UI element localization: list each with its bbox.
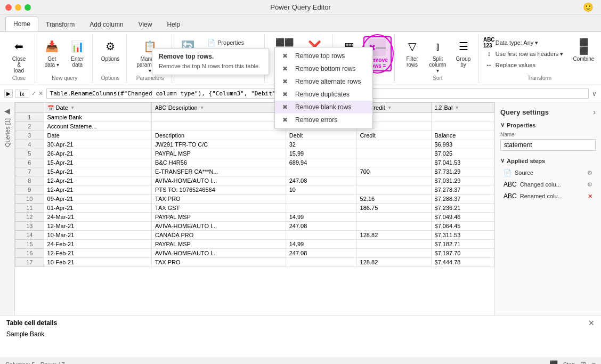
tab-help[interactable]: Help — [159, 18, 188, 31]
debit-cell[interactable]: 14.99 — [286, 240, 356, 249]
table-row[interactable]: 15 24-Feb-21 PAYPAL MSP 14.99 $7,182.71 — [15, 240, 494, 249]
dropdown-item-remove-duplicates[interactable]: ✖ Remove duplicates — [275, 88, 372, 101]
dropdown-item-remove-blank[interactable]: ✖ Remove blank rows — [275, 101, 372, 114]
qs-expand-button[interactable]: › — [593, 108, 596, 116]
date-cell[interactable]: 24-Mar-21 — [44, 213, 152, 222]
desc-cell[interactable]: B&C H4R56 — [152, 158, 286, 167]
date-cell[interactable]: 10-Mar-21 — [44, 231, 152, 240]
dropdown-item-remove-alternate[interactable]: ✖ Remove alternate rows — [275, 75, 372, 88]
credit-cell[interactable]: 186.75 — [356, 204, 431, 213]
debit-cell[interactable]: 689.94 — [286, 158, 356, 167]
debit-cell[interactable]: Debit — [286, 131, 356, 140]
credit-cell[interactable] — [356, 222, 431, 231]
table-row[interactable]: 4 30-Apr-21 JW291 TFR-TO C/C 32 $6,993 — [15, 140, 494, 149]
get-data-button[interactable]: 📥 Getdata ▾ — [40, 36, 63, 69]
filter-rows-button[interactable]: ▽ Filterrows — [401, 36, 424, 69]
replace-values-button[interactable]: ↔ Replace values — [482, 60, 566, 70]
desc-cell[interactable] — [152, 113, 286, 122]
bal-cell[interactable]: $7,197.70 — [431, 249, 494, 258]
formula-expand-icon[interactable]: ∨ — [592, 90, 597, 98]
bal-cell[interactable]: $7,288.37 — [431, 195, 494, 204]
debit-cell[interactable]: 15.99 — [286, 149, 356, 158]
dropdown-item-remove-bottom[interactable]: ✖ Remove bottom rows — [275, 62, 372, 75]
date-cell[interactable]: 15-Apr-21 — [44, 158, 152, 167]
desc-cell[interactable]: TAX PRO — [152, 195, 286, 204]
table-row[interactable]: 1 Sample Bank — [15, 113, 494, 122]
bal-cell[interactable] — [431, 113, 494, 122]
table-row[interactable]: 10 09-Apr-21 TAX PRO 52.16 $7,288.37 — [15, 195, 494, 204]
table-row[interactable]: 14 10-Mar-21 CANADA PRO 128.82 $7,311.53 — [15, 231, 494, 240]
debit-cell[interactable] — [286, 204, 356, 213]
tab-add-column[interactable]: Add column — [82, 18, 131, 31]
close-button[interactable] — [5, 4, 12, 11]
date-cell[interactable]: 09-Apr-21 — [44, 195, 152, 204]
desc-sort-icon[interactable]: ▼ — [200, 105, 205, 110]
credit-cell[interactable] — [356, 140, 431, 149]
desc-cell[interactable]: PAYPAL MSP — [152, 213, 286, 222]
formula-collapse-btn[interactable]: ▶ — [4, 90, 13, 98]
date-cell[interactable]: 12-Apr-21 — [44, 176, 152, 185]
credit-cell[interactable]: 128.82 — [356, 231, 431, 240]
desc-cell[interactable] — [152, 122, 286, 131]
tab-transform[interactable]: Transform — [38, 18, 82, 31]
desc-cell[interactable]: CANADA PRO — [152, 231, 286, 240]
bal-cell[interactable]: $7,182.71 — [431, 240, 494, 249]
bal-cell[interactable]: $7,025 — [431, 149, 494, 158]
table-row[interactable]: 6 15-Apr-21 B&C H4R56 689.94 $7,041.53 — [15, 158, 494, 167]
date-cell[interactable]: 26-Apr-21 — [44, 149, 152, 158]
debit-cell[interactable]: 247.08 — [286, 249, 356, 258]
debit-cell[interactable]: 10 — [286, 185, 356, 195]
data-grid-area[interactable]: 📅 Date ▼ ABC Description ▼ — [15, 102, 494, 315]
first-row-header-button[interactable]: ↕ Use first row as headers ▾ — [482, 48, 566, 59]
table-row[interactable]: 8 12-Apr-21 AVIVA-HOME/AUTO I... 247.08 … — [15, 176, 494, 185]
bal-cell[interactable] — [431, 122, 494, 131]
debit-cell[interactable] — [286, 231, 356, 240]
date-cell[interactable]: 10-Feb-21 — [44, 258, 152, 267]
credit-cell[interactable]: Credit — [356, 131, 431, 140]
bal-cell[interactable]: $7,731.29 — [431, 167, 494, 176]
credit-cell[interactable] — [356, 176, 431, 185]
tab-home[interactable]: Home — [5, 17, 38, 31]
step-item-source[interactable]: 📄 Source⚙ — [500, 167, 596, 178]
table-row[interactable]: 11 01-Apr-21 TAX GST 186.75 $7,236.21 — [15, 204, 494, 213]
step-item-renamed-cols[interactable]: ABC Renamed colu...✕ — [500, 191, 596, 201]
desc-cell[interactable]: PTS TO: 10765246564 — [152, 185, 286, 195]
credit-sort-icon[interactable]: ▼ — [387, 105, 392, 110]
table-row[interactable]: 5 26-Apr-21 PAYPAL MSP 15.99 $7,025 — [15, 149, 494, 158]
dropdown-item-remove-top[interactable]: ✖ Remove top rows — [275, 50, 372, 62]
minimize-button[interactable] — [15, 4, 21, 11]
debit-cell[interactable] — [286, 167, 356, 176]
table-row[interactable]: 3 Date Description Debit Credit Balance — [15, 131, 494, 140]
properties-button[interactable]: 📄 Properties — [204, 37, 263, 48]
credit-cell[interactable]: 52.16 — [356, 195, 431, 204]
bal-cell[interactable]: $7,041.53 — [431, 158, 494, 167]
credit-cell[interactable] — [356, 240, 431, 249]
credit-cell[interactable] — [356, 213, 431, 222]
table-row[interactable]: 13 12-Mar-21 AVIVA-HOME/AUTO I... 247.08… — [15, 222, 494, 231]
bal-cell[interactable]: $7,311.53 — [431, 231, 494, 240]
date-cell[interactable]: 12-Apr-21 — [44, 185, 152, 195]
step-gear-source[interactable]: ⚙ — [587, 169, 592, 176]
desc-cell[interactable]: Description — [152, 131, 286, 140]
sidebar-collapse-icon[interactable]: ◀ — [4, 107, 10, 115]
table-row[interactable]: 17 10-Feb-21 TAX PRO 128.82 $7,444.78 — [15, 258, 494, 267]
credit-cell[interactable] — [356, 149, 431, 158]
date-cell[interactable]: Account Stateme... — [44, 122, 152, 131]
options-button[interactable]: ⚙ Options — [99, 36, 122, 63]
date-cell[interactable]: Sample Bank — [44, 113, 152, 122]
grid-view-icon[interactable]: ⊞ — [580, 360, 586, 364]
desc-cell[interactable]: PAYPAL MSP — [152, 149, 286, 158]
query-name-input[interactable] — [500, 139, 596, 151]
step-x-renamed-cols[interactable]: ✕ — [588, 193, 592, 200]
desc-cell[interactable]: TAX PRO — [152, 258, 286, 267]
data-type-button[interactable]: ABC123 Data type: Any ▾ — [482, 37, 566, 48]
table-row[interactable]: 16 12-Feb-21 AVIVA-HOME/AUTO I... 247.08… — [15, 249, 494, 258]
desc-cell[interactable]: AVIVA-HOME/AUTO I... — [152, 249, 286, 258]
debit-cell[interactable]: 14.99 — [286, 213, 356, 222]
enter-data-button[interactable]: 📊 Enterdata — [66, 36, 89, 69]
credit-cell[interactable] — [356, 249, 431, 258]
date-cell[interactable]: Date — [44, 131, 152, 140]
step-gear-changed-cols[interactable]: ⚙ — [587, 181, 592, 188]
dropdown-item-remove-errors[interactable]: ✖ Remove errors — [275, 114, 372, 126]
debit-cell[interactable] — [286, 258, 356, 267]
